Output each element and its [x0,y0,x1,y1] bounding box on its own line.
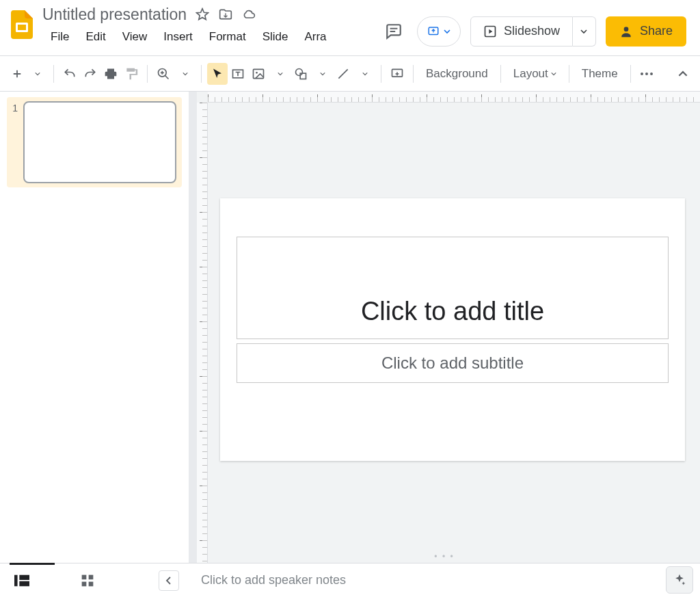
theme-button[interactable]: Theme [575,63,625,85]
svg-point-14 [650,72,653,75]
toolbar-separator [630,65,631,83]
active-view-indicator [10,563,55,565]
slideshow-group: Slideshow [470,16,596,47]
title-placeholder[interactable]: Click to add title [237,237,669,339]
line-dropdown[interactable] [355,63,375,85]
bottom-bar: Click to add speaker notes [0,563,700,597]
thumbnail-pane: 1 [0,92,189,563]
toolbar-separator [201,65,202,83]
ruler-horizontal[interactable] [208,92,700,103]
toolbar-separator [500,65,501,83]
svg-rect-15 [14,574,18,586]
notes-drag-handle[interactable]: • • • [434,552,454,561]
svg-rect-17 [19,581,29,585]
new-slide-button[interactable] [7,63,27,85]
share-label: Share [640,24,673,38]
svg-rect-16 [19,574,29,579]
slideshow-dropdown[interactable] [573,16,596,47]
doc-title[interactable]: Untitled presentation [42,5,187,24]
svg-rect-7 [254,69,264,78]
menu-bar: File Edit View Insert Format Slide Arra [42,27,335,47]
canvas-gutter [189,92,197,563]
print-button[interactable] [100,63,121,85]
line-tool[interactable] [333,63,353,85]
explore-button[interactable] [666,566,693,594]
undo-button[interactable] [59,63,80,85]
present-pill[interactable] [417,16,461,47]
svg-rect-18 [82,574,87,579]
menu-view[interactable]: View [114,27,156,47]
thumbnail-preview [23,101,176,183]
svg-point-9 [296,68,303,75]
speaker-notes[interactable]: Click to add speaker notes [189,563,666,597]
svg-rect-10 [300,73,306,79]
title-placeholder-text: Click to add title [361,297,544,326]
header-right: Slideshow Share [380,4,689,55]
comment-tool[interactable] [387,63,407,85]
slideshow-button[interactable]: Slideshow [470,16,573,47]
menu-insert[interactable]: Insert [155,27,201,47]
svg-point-13 [645,72,648,75]
more-tools[interactable] [636,63,657,85]
menu-file[interactable]: File [42,27,77,47]
background-button[interactable]: Background [419,63,495,85]
svg-point-8 [256,72,258,74]
toolbar-separator [53,65,54,83]
subtitle-placeholder-text: Click to add subtitle [381,354,524,373]
svg-point-4 [624,27,629,31]
image-dropdown[interactable] [270,63,291,85]
image-tool[interactable] [248,63,269,85]
toolbar-separator [147,65,148,83]
menu-arrange[interactable]: Arra [296,27,334,47]
grid-view-button[interactable] [75,568,100,593]
toolbar-separator [569,65,569,83]
shape-tool[interactable] [291,63,311,85]
svg-rect-19 [89,574,94,579]
star-icon[interactable] [195,7,210,22]
menu-format[interactable]: Format [201,27,254,47]
canvas-pane: Click to add title Click to add subtitle… [189,92,700,563]
cloud-status-icon[interactable] [241,7,256,22]
filmstrip-view-button[interactable] [10,568,34,593]
slide-canvas[interactable]: Click to add title Click to add subtitle [220,198,685,461]
slideshow-label: Slideshow [504,24,560,38]
hide-thumbnail-pane[interactable] [159,570,179,591]
collapse-toolbar[interactable] [673,64,693,84]
subtitle-placeholder[interactable]: Click to add subtitle [237,343,669,383]
main: 1 Click to add title Click to add subtit… [0,92,700,563]
speaker-notes-placeholder: Click to add speaker notes [201,573,346,587]
slides-logo[interactable] [8,7,36,42]
paint-format-button[interactable] [121,63,142,85]
svg-rect-20 [82,581,87,586]
thumbnail-slide-1[interactable]: 1 [7,97,182,187]
svg-rect-1 [18,25,26,30]
new-slide-dropdown[interactable] [27,63,48,85]
menu-edit[interactable]: Edit [77,27,113,47]
select-tool[interactable] [207,63,228,85]
textbox-tool[interactable] [228,63,248,85]
zoom-dropdown[interactable] [175,63,196,85]
svg-point-12 [641,72,643,75]
zoom-button[interactable] [153,63,174,85]
toolbar: Background Layout Theme [0,56,700,92]
thumbnail-number: 1 [10,101,18,183]
toolbar-separator [413,65,414,83]
menu-slide[interactable]: Slide [254,27,297,47]
svg-rect-21 [89,581,94,586]
bottom-left [0,563,189,597]
title-block: Untitled presentation File Edit View Ins… [42,4,335,55]
comments-icon[interactable] [380,18,407,45]
toolbar-separator [381,65,381,83]
layout-label: Layout [513,67,548,81]
layout-button[interactable]: Layout [507,63,563,85]
redo-button[interactable] [80,63,100,85]
app-header: Untitled presentation File Edit View Ins… [0,0,700,56]
ruler-vertical[interactable] [197,103,208,563]
move-icon[interactable] [218,7,233,22]
share-button[interactable]: Share [606,16,686,47]
shape-dropdown[interactable] [312,63,333,85]
